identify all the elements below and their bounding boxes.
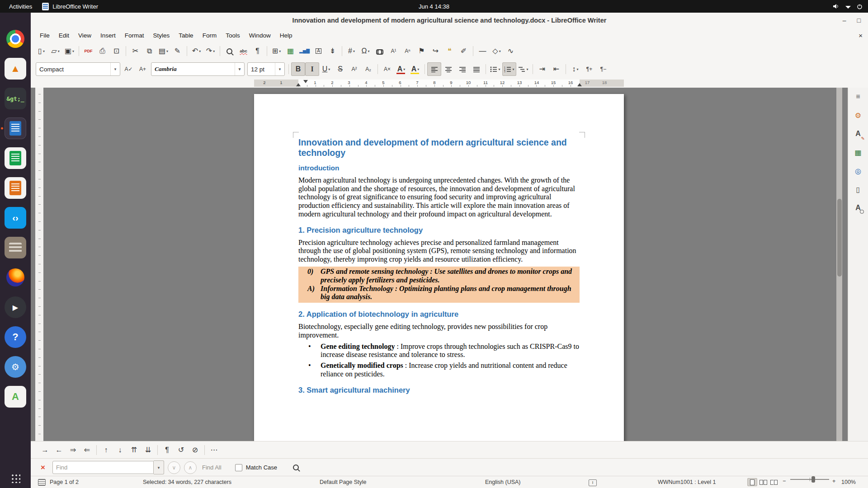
- chevron-down-icon[interactable]: ▾: [279, 49, 281, 53]
- language-status[interactable]: English (USA): [485, 479, 521, 485]
- highlight-color-button[interactable]: A▾: [408, 62, 422, 76]
- move-down-with-subpoints-button[interactable]: ⇊: [141, 443, 155, 457]
- sidebar-styles-icon[interactable]: A: [852, 127, 864, 140]
- list-item[interactable]: A) Information Technology : Optimizing p…: [298, 285, 580, 302]
- sidebar-gallery-icon[interactable]: ▦: [852, 146, 864, 159]
- find-history-dropdown[interactable]: ▾: [154, 460, 164, 474]
- terminal-icon[interactable]: &gt;_: [5, 88, 26, 109]
- insert-chart-button[interactable]: ▂▅▇: [297, 44, 311, 58]
- menu-form[interactable]: Form: [198, 30, 222, 41]
- menu-tools[interactable]: Tools: [221, 30, 245, 41]
- sidebar-style-inspector-icon[interactable]: A: [852, 202, 864, 214]
- justify-button[interactable]: [469, 62, 483, 76]
- single-page-view-button[interactable]: [747, 478, 757, 486]
- vertical-scrollbar[interactable]: [836, 88, 842, 441]
- open-button[interactable]: ▱▾: [48, 44, 62, 58]
- chevron-down-icon[interactable]: ▾: [526, 67, 528, 71]
- selected-numbered-list[interactable]: 0) GPS and remote sensing technology : U…: [298, 267, 580, 303]
- save-button[interactable]: ▣▾: [62, 44, 76, 58]
- vlc-icon[interactable]: ▲: [5, 58, 26, 80]
- software-store-icon[interactable]: A: [5, 386, 26, 408]
- zoom-out-button[interactable]: −: [783, 478, 786, 484]
- media-app-icon[interactable]: ▶: [5, 296, 26, 318]
- horizontal-line-button[interactable]: —: [476, 44, 490, 58]
- outline-list-button[interactable]: ▾: [516, 62, 530, 76]
- close-find-bar-button[interactable]: ×: [37, 463, 49, 472]
- chevron-down-icon[interactable]: ▾: [235, 63, 244, 75]
- chevron-down-icon[interactable]: ▾: [498, 67, 500, 71]
- list-options-button[interactable]: ⋯: [207, 443, 221, 457]
- left-indent-marker[interactable]: [296, 83, 301, 86]
- promote-outline-button[interactable]: ←: [52, 443, 66, 457]
- clock[interactable]: Jun 4 14:38: [419, 3, 449, 10]
- list-item[interactable]: 0) GPS and remote sensing technology : U…: [298, 267, 580, 285]
- paste-button[interactable]: ▤▾: [156, 44, 170, 58]
- sidebar-navigator-icon[interactable]: ◎: [852, 164, 864, 177]
- basic-shapes-button[interactable]: ◇▾: [490, 44, 504, 58]
- doc-intro-paragraph[interactable]: Modern agricultural technology is underg…: [298, 176, 580, 219]
- right-indent-marker[interactable]: [577, 83, 582, 86]
- zoom-slider-thumb[interactable]: [811, 476, 815, 483]
- align-left-button[interactable]: [427, 62, 441, 76]
- match-case-checkbox[interactable]: [235, 464, 242, 471]
- zoom-slider[interactable]: [790, 479, 829, 480]
- insert-comment-button[interactable]: ❝: [443, 44, 457, 58]
- chevron-down-icon[interactable]: ▾: [353, 49, 355, 53]
- insert-hyperlink-button[interactable]: [373, 44, 387, 58]
- libreoffice-impress-icon[interactable]: [5, 177, 26, 199]
- libreoffice-calc-icon[interactable]: [5, 147, 26, 169]
- bullet-lead-text[interactable]: Genetically modified crops: [321, 361, 403, 369]
- chevron-down-icon[interactable]: ▾: [213, 49, 215, 53]
- power-icon[interactable]: [857, 4, 863, 9]
- cut-button[interactable]: ✂: [128, 44, 142, 58]
- menu-edit[interactable]: Edit: [54, 30, 74, 41]
- scrollbar-thumb[interactable]: [837, 199, 842, 277]
- focused-app[interactable]: LibreOffice Writer: [42, 3, 98, 10]
- doc-paragraph-2[interactable]: Biotechnology, especially gene editing t…: [298, 323, 580, 340]
- doc-heading-3[interactable]: 3. Smart agricultural machinery: [298, 386, 580, 394]
- insert-bookmark-button[interactable]: ⚑: [415, 44, 429, 58]
- help-app-icon[interactable]: ?: [5, 326, 26, 348]
- ordered-list-button[interactable]: 123▾: [502, 62, 516, 76]
- word-count-status[interactable]: Selected: 34 words, 227 characters: [143, 479, 231, 485]
- track-changes-button[interactable]: ✐: [457, 44, 471, 58]
- italic-button[interactable]: I: [305, 62, 319, 76]
- sidebar-page-icon[interactable]: ▯: [852, 183, 864, 196]
- list-level-status[interactable]: WWNum1001 : Level 1: [658, 479, 716, 485]
- move-up-button[interactable]: ↑: [99, 443, 113, 457]
- doc-heading-1[interactable]: 1. Precision agriculture technology: [298, 226, 580, 235]
- promote-with-subpoints-button[interactable]: ⇐: [80, 443, 94, 457]
- find-and-replace-button[interactable]: [289, 461, 303, 474]
- find-next-button[interactable]: ∨: [168, 461, 180, 474]
- chevron-down-icon[interactable]: ▾: [512, 67, 514, 71]
- increase-indent-button[interactable]: ⇥: [535, 62, 549, 76]
- activities-button[interactable]: Activities: [9, 3, 32, 10]
- bullet-lead-text[interactable]: Gene editing technology: [321, 343, 395, 350]
- update-style-button[interactable]: A✓: [122, 62, 136, 76]
- doc-heading-2[interactable]: 2. Application of biotechnology in agric…: [298, 310, 580, 319]
- insert-page-break-button[interactable]: ⇟: [326, 44, 340, 58]
- demote-outline-button[interactable]: →: [38, 443, 52, 457]
- vertical-ruler[interactable]: [35, 88, 43, 441]
- first-line-indent-marker[interactable]: [303, 80, 308, 83]
- menu-file[interactable]: File: [35, 30, 54, 41]
- menu-format[interactable]: Format: [120, 30, 149, 41]
- chevron-down-icon[interactable]: ▾: [72, 49, 74, 53]
- strikethrough-button[interactable]: S: [333, 62, 347, 76]
- unordered-list-button[interactable]: ▾: [488, 62, 502, 76]
- chevron-down-icon[interactable]: ▾: [499, 49, 501, 53]
- move-down-button[interactable]: ↓: [113, 443, 127, 457]
- list-item[interactable]: • Gene editing technology : Improve crop…: [298, 343, 580, 360]
- bold-button[interactable]: B: [291, 62, 305, 76]
- show-applications-button[interactable]: [5, 467, 26, 488]
- page-count-status[interactable]: Page 1 of 2: [50, 479, 79, 485]
- superscript-button[interactable]: A²: [347, 62, 361, 76]
- insert-cross-reference-button[interactable]: ↪: [429, 44, 443, 58]
- chevron-down-icon[interactable]: ▾: [275, 63, 284, 75]
- new-document-button[interactable]: ▯▾: [34, 44, 48, 58]
- chevron-down-icon[interactable]: ▾: [403, 67, 405, 71]
- font-size-combo[interactable]: 12 pt ▾: [247, 62, 285, 76]
- zoom-in-button[interactable]: +: [832, 478, 835, 484]
- line-spacing-button[interactable]: ↕▾: [568, 62, 582, 76]
- chevron-down-icon[interactable]: ▾: [110, 63, 120, 75]
